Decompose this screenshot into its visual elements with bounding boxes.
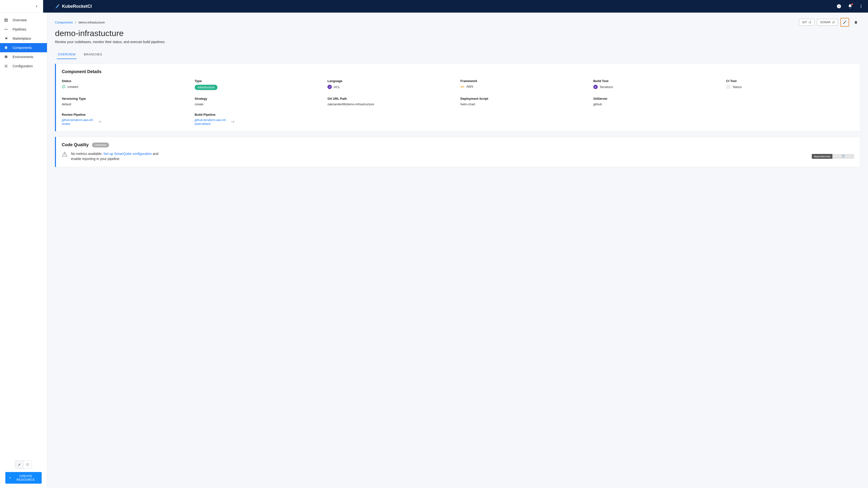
strategy-value: create [195,102,323,106]
tab-branches[interactable]: BRANCHES [83,50,103,59]
sidebar-item-configuration[interactable]: Configuration [0,62,47,71]
brand: KubeRocketCI [55,4,92,9]
svg-point-13 [6,39,6,40]
svg-rect-7 [6,19,7,20]
hcl-icon [328,85,332,89]
edit-button[interactable] [840,18,849,27]
svg-point-28 [234,122,234,123]
trash-icon [854,20,858,25]
sidebar-item-environments[interactable]: Environments [0,52,47,62]
svg-point-21 [62,85,65,88]
notification-dot [851,3,853,5]
component-details-heading: Component Details [62,69,854,74]
view-toggle-k8s[interactable] [24,461,32,468]
sidebar-item-label: Components [12,46,32,50]
delete-button[interactable] [851,18,860,27]
type-label: Type [195,79,323,83]
code-quality-message: No metrics available. Set up SonarQube c… [71,151,166,161]
notifications-button[interactable] [847,3,854,10]
git-url-value: /alezander86/demo-Infrastructure [328,102,456,106]
pipelines-icon [4,27,8,31]
check-circle-icon [62,85,66,89]
view-toggle-rocket[interactable] [15,461,24,468]
brand-name: KubeRocketCI [62,4,92,9]
build-pipeline-label: Build Pipeline [195,113,323,117]
sidebar: Overview Pipelines Marketplace Component… [0,12,47,488]
code-quality-badge: Unknown [92,142,109,148]
svg-rect-8 [5,20,6,22]
aws-icon: aws [460,86,464,88]
cart-icon [4,36,8,41]
breadcrumb: Components / demo-infrastucture [55,21,105,24]
breadcrumb-current: demo-infrastucture [79,21,104,24]
sidebar-item-pipelines[interactable]: Pipelines [0,25,47,34]
pipeline-graph-icon[interactable] [98,120,101,124]
type-pill: infrastructure [195,85,217,90]
build-tool-label: Build Tool [593,79,721,83]
sidebar-item-marketplace[interactable]: Marketplace [0,34,47,43]
review-pipeline-label: Review Pipeline [62,113,190,117]
review-pipeline-link[interactable]: github-terraform-aws-inf-review [62,118,96,126]
svg-point-5 [861,7,862,8]
tab-overview[interactable]: OVERVIEW [57,50,76,59]
component-details-card: Component Details Status created Type in… [55,64,860,131]
svg-rect-15 [5,56,7,56]
layers-icon [4,45,8,50]
sonarqube-config-link[interactable]: Set up SonarQube configuration [103,152,152,156]
sidebar-item-components[interactable]: Components [0,43,47,52]
svg-point-24 [100,121,101,121]
svg-point-23 [99,121,99,122]
sidebar-item-label: Overview [12,18,27,22]
svg-rect-22 [595,87,596,87]
git-button[interactable]: GIT [799,19,814,26]
view-toggle [15,460,32,469]
page-description: Review your codebases, monitor their sta… [55,40,860,44]
pencil-icon [843,20,847,25]
sidebar-collapse-button[interactable] [0,0,43,12]
status-value: created [62,85,190,89]
sonar-button-label: SONAR [820,21,831,24]
svg-rect-16 [5,57,7,57]
svg-point-3 [861,5,862,5]
more-button[interactable] [858,3,864,9]
svg-point-26 [231,121,232,122]
pipeline-graph-icon[interactable] [231,120,235,124]
external-link-icon [832,21,835,24]
svg-rect-9 [6,20,7,22]
tabs: OVERVIEW BRANCHES [55,50,860,59]
breadcrumb-root[interactable]: Components [55,21,73,24]
status-label: Status [62,79,190,83]
code-quality-heading: Code Quality [62,142,89,148]
warning-icon [62,151,68,159]
svg-point-14 [6,39,7,40]
brand-icon [55,4,60,9]
git-button-label: GIT [802,21,807,24]
svg-rect-6 [5,19,6,20]
loading-spinner-icon [842,155,845,158]
versioning-type-label: Versioning Type [62,97,190,100]
ci-tool-label: CI Tool [726,79,854,83]
main-content: Components / demo-infrastucture GIT SONA… [47,12,868,488]
info-button[interactable]: i [836,3,842,10]
deploy-script-label: Deployment Script [460,97,589,100]
build-pipeline-link[interactable]: github-terraform-aws-inf-build-default [195,118,228,126]
svg-point-25 [100,122,101,123]
framework-label: Framework [460,79,589,83]
sonar-button[interactable]: SONAR [817,19,838,26]
build-tool-value: Terraform [593,85,721,89]
stack-icon [4,55,8,59]
tekton-icon [726,85,731,89]
create-resource-button[interactable]: CREATE RESOURCE [5,472,42,484]
versioning-type-value: default [62,102,190,106]
sidebar-item-overview[interactable]: Overview [0,15,47,25]
git-url-label: Git URL Path [328,97,456,100]
svg-point-0 [58,4,59,5]
framework-value: aws AWS [460,85,589,88]
terraform-icon [593,85,598,89]
dependencies-badge: dependencies [812,154,854,159]
dependencies-badge-status [832,154,854,159]
svg-point-18 [6,66,6,67]
breadcrumb-separator: / [75,21,76,24]
svg-rect-10 [5,29,5,30]
sidebar-item-label: Pipelines [12,27,26,31]
